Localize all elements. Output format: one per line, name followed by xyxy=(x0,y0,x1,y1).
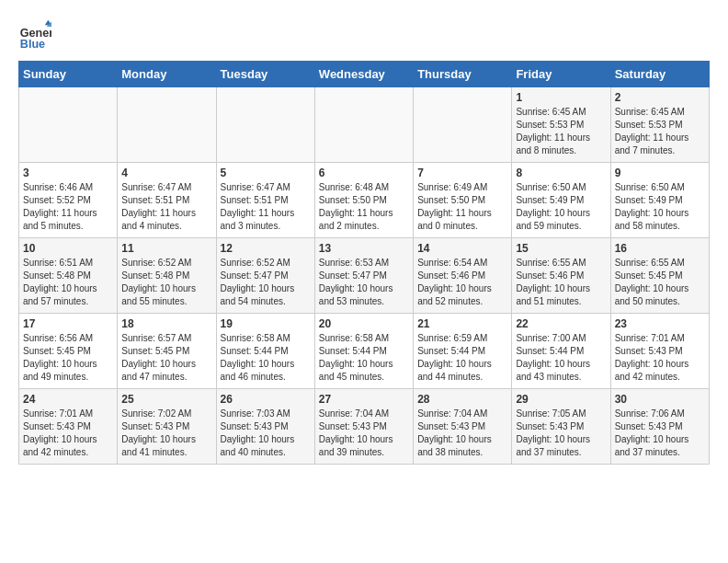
day-info: Sunrise: 6:51 AM Sunset: 5:48 PM Dayligh… xyxy=(23,257,113,308)
day-number: 18 xyxy=(121,317,211,330)
header-cell-thursday: Thursday xyxy=(414,62,512,87)
day-number: 25 xyxy=(121,393,211,406)
day-number: 12 xyxy=(221,242,311,255)
day-cell: 1Sunrise: 6:45 AM Sunset: 5:53 PM Daylig… xyxy=(512,87,610,163)
day-number: 11 xyxy=(121,242,211,255)
day-number: 14 xyxy=(417,242,507,255)
day-number: 5 xyxy=(221,167,311,179)
day-cell: 25Sunrise: 7:02 AM Sunset: 5:43 PM Dayli… xyxy=(118,389,216,465)
day-info: Sunrise: 6:56 AM Sunset: 5:45 PM Dayligh… xyxy=(23,332,113,384)
day-info: Sunrise: 6:52 AM Sunset: 5:48 PM Dayligh… xyxy=(121,257,211,308)
header: General Blue xyxy=(18,18,710,52)
day-info: Sunrise: 6:50 AM Sunset: 5:49 PM Dayligh… xyxy=(516,181,606,233)
day-number: 7 xyxy=(417,167,507,179)
calendar-header: SundayMondayTuesdayWednesdayThursdayFrid… xyxy=(19,62,710,87)
day-info: Sunrise: 6:49 AM Sunset: 5:50 PM Dayligh… xyxy=(417,181,507,233)
week-row-1: 1Sunrise: 6:45 AM Sunset: 5:53 PM Daylig… xyxy=(19,87,710,163)
day-cell: 21Sunrise: 6:59 AM Sunset: 5:44 PM Dayli… xyxy=(414,314,512,389)
day-info: Sunrise: 7:01 AM Sunset: 5:43 PM Dayligh… xyxy=(615,332,705,384)
logo: General Blue xyxy=(18,18,55,52)
day-cell: 13Sunrise: 6:53 AM Sunset: 5:47 PM Dayli… xyxy=(314,238,413,314)
day-number: 26 xyxy=(221,393,311,406)
day-info: Sunrise: 7:04 AM Sunset: 5:43 PM Dayligh… xyxy=(319,408,409,459)
header-cell-sunday: Sunday xyxy=(19,62,118,87)
day-cell: 11Sunrise: 6:52 AM Sunset: 5:48 PM Dayli… xyxy=(118,238,216,314)
day-info: Sunrise: 6:57 AM Sunset: 5:45 PM Dayligh… xyxy=(121,332,211,384)
day-cell xyxy=(314,87,413,163)
day-info: Sunrise: 7:00 AM Sunset: 5:44 PM Dayligh… xyxy=(516,332,606,384)
day-info: Sunrise: 6:46 AM Sunset: 5:52 PM Dayligh… xyxy=(23,181,113,233)
header-cell-tuesday: Tuesday xyxy=(216,62,314,87)
day-info: Sunrise: 6:47 AM Sunset: 5:51 PM Dayligh… xyxy=(221,181,311,233)
day-cell: 20Sunrise: 6:58 AM Sunset: 5:44 PM Dayli… xyxy=(314,314,413,389)
day-number: 15 xyxy=(516,242,606,255)
header-cell-monday: Monday xyxy=(118,62,216,87)
day-cell: 18Sunrise: 6:57 AM Sunset: 5:45 PM Dayli… xyxy=(118,314,216,389)
week-row-3: 10Sunrise: 6:51 AM Sunset: 5:48 PM Dayli… xyxy=(19,238,710,314)
svg-text:Blue: Blue xyxy=(20,38,45,51)
day-cell: 8Sunrise: 6:50 AM Sunset: 5:49 PM Daylig… xyxy=(512,163,610,238)
day-number: 17 xyxy=(23,317,113,330)
day-number: 4 xyxy=(121,167,211,179)
calendar-body: 1Sunrise: 6:45 AM Sunset: 5:53 PM Daylig… xyxy=(19,87,710,465)
day-info: Sunrise: 6:45 AM Sunset: 5:53 PM Dayligh… xyxy=(516,106,606,157)
day-number: 20 xyxy=(319,317,409,330)
day-number: 27 xyxy=(319,393,409,406)
day-cell xyxy=(216,87,314,163)
day-number: 24 xyxy=(23,393,113,406)
day-cell: 12Sunrise: 6:52 AM Sunset: 5:47 PM Dayli… xyxy=(216,238,314,314)
day-cell: 26Sunrise: 7:03 AM Sunset: 5:43 PM Dayli… xyxy=(216,389,314,465)
day-cell: 23Sunrise: 7:01 AM Sunset: 5:43 PM Dayli… xyxy=(610,314,709,389)
day-cell: 4Sunrise: 6:47 AM Sunset: 5:51 PM Daylig… xyxy=(118,163,216,238)
day-cell: 9Sunrise: 6:50 AM Sunset: 5:49 PM Daylig… xyxy=(610,163,709,238)
day-info: Sunrise: 6:54 AM Sunset: 5:46 PM Dayligh… xyxy=(417,257,507,308)
week-row-5: 24Sunrise: 7:01 AM Sunset: 5:43 PM Dayli… xyxy=(19,389,710,465)
header-cell-wednesday: Wednesday xyxy=(314,62,413,87)
day-info: Sunrise: 6:55 AM Sunset: 5:45 PM Dayligh… xyxy=(615,257,705,308)
header-cell-friday: Friday xyxy=(512,62,610,87)
day-number: 30 xyxy=(615,393,705,406)
day-number: 10 xyxy=(23,242,113,255)
day-cell: 30Sunrise: 7:06 AM Sunset: 5:43 PM Dayli… xyxy=(610,389,709,465)
calendar-table: SundayMondayTuesdayWednesdayThursdayFrid… xyxy=(18,61,710,465)
day-cell: 16Sunrise: 6:55 AM Sunset: 5:45 PM Dayli… xyxy=(610,238,709,314)
day-info: Sunrise: 6:58 AM Sunset: 5:44 PM Dayligh… xyxy=(221,332,311,384)
day-info: Sunrise: 6:52 AM Sunset: 5:47 PM Dayligh… xyxy=(221,257,311,308)
day-number: 23 xyxy=(615,317,705,330)
day-cell: 14Sunrise: 6:54 AM Sunset: 5:46 PM Dayli… xyxy=(414,238,512,314)
day-number: 9 xyxy=(615,167,705,179)
day-info: Sunrise: 6:59 AM Sunset: 5:44 PM Dayligh… xyxy=(417,332,507,384)
day-cell xyxy=(19,87,118,163)
header-row: SundayMondayTuesdayWednesdayThursdayFrid… xyxy=(19,62,710,87)
day-number: 21 xyxy=(417,317,507,330)
day-cell: 2Sunrise: 6:45 AM Sunset: 5:53 PM Daylig… xyxy=(610,87,709,163)
header-cell-saturday: Saturday xyxy=(610,62,709,87)
day-info: Sunrise: 7:05 AM Sunset: 5:43 PM Dayligh… xyxy=(516,408,606,459)
day-cell xyxy=(414,87,512,163)
day-info: Sunrise: 7:03 AM Sunset: 5:43 PM Dayligh… xyxy=(221,408,311,459)
day-info: Sunrise: 6:45 AM Sunset: 5:53 PM Dayligh… xyxy=(615,106,705,157)
day-cell: 22Sunrise: 7:00 AM Sunset: 5:44 PM Dayli… xyxy=(512,314,610,389)
day-cell: 19Sunrise: 6:58 AM Sunset: 5:44 PM Dayli… xyxy=(216,314,314,389)
day-cell xyxy=(118,87,216,163)
week-row-2: 3Sunrise: 6:46 AM Sunset: 5:52 PM Daylig… xyxy=(19,163,710,238)
day-number: 19 xyxy=(221,317,311,330)
day-cell: 5Sunrise: 6:47 AM Sunset: 5:51 PM Daylig… xyxy=(216,163,314,238)
week-row-4: 17Sunrise: 6:56 AM Sunset: 5:45 PM Dayli… xyxy=(19,314,710,389)
day-info: Sunrise: 7:04 AM Sunset: 5:43 PM Dayligh… xyxy=(417,408,507,459)
logo-icon: General Blue xyxy=(18,18,51,52)
day-info: Sunrise: 6:48 AM Sunset: 5:50 PM Dayligh… xyxy=(319,181,409,233)
day-number: 2 xyxy=(615,91,705,104)
day-cell: 24Sunrise: 7:01 AM Sunset: 5:43 PM Dayli… xyxy=(19,389,118,465)
day-number: 16 xyxy=(615,242,705,255)
day-cell: 6Sunrise: 6:48 AM Sunset: 5:50 PM Daylig… xyxy=(314,163,413,238)
day-cell: 27Sunrise: 7:04 AM Sunset: 5:43 PM Dayli… xyxy=(314,389,413,465)
day-cell: 10Sunrise: 6:51 AM Sunset: 5:48 PM Dayli… xyxy=(19,238,118,314)
day-number: 22 xyxy=(516,317,606,330)
day-info: Sunrise: 6:55 AM Sunset: 5:46 PM Dayligh… xyxy=(516,257,606,308)
day-info: Sunrise: 7:01 AM Sunset: 5:43 PM Dayligh… xyxy=(23,408,113,459)
day-info: Sunrise: 6:58 AM Sunset: 5:44 PM Dayligh… xyxy=(319,332,409,384)
day-number: 1 xyxy=(516,91,606,104)
day-number: 28 xyxy=(417,393,507,406)
day-number: 29 xyxy=(516,393,606,406)
